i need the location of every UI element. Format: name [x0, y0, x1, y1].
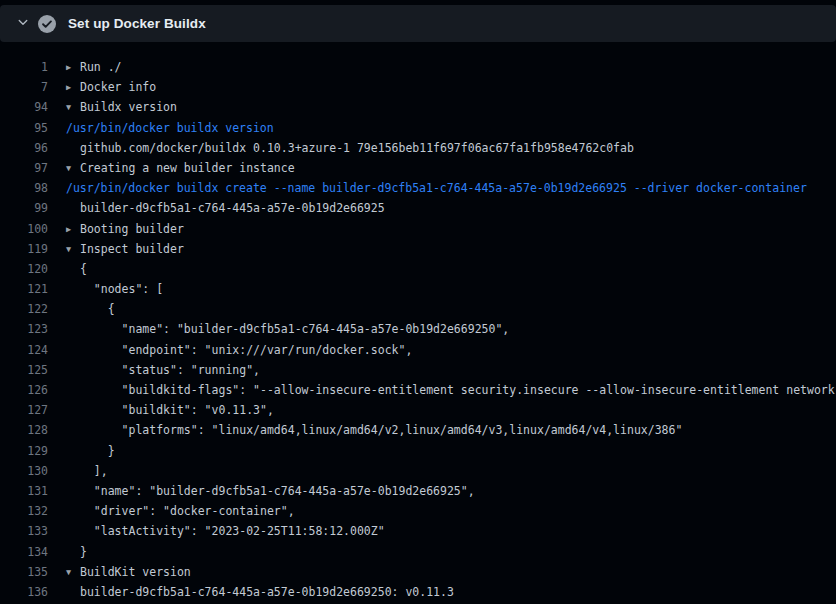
log-line: 127 "buildkit": "v0.11.3",: [0, 400, 836, 420]
line-number[interactable]: 97: [0, 158, 48, 178]
log-text: "endpoint": "unix:///var/run/docker.sock…: [80, 343, 412, 357]
group-toggle-icon[interactable]: ▶: [66, 57, 80, 77]
line-number[interactable]: 100: [0, 219, 48, 239]
log-area: 1 ▶Run ./ 7 ▶Docker info 94 ▼Buildx vers…: [0, 42, 836, 602]
log-text: builder-d9cfb5a1-c764-445a-a57e-0b19d2e6…: [80, 585, 454, 599]
log-text: Booting builder: [80, 222, 184, 236]
log-line: 95 /usr/bin/docker buildx version: [0, 118, 836, 138]
line-number[interactable]: 7: [0, 77, 48, 97]
log-line: 125 "status": "running",: [0, 360, 836, 380]
line-number[interactable]: 134: [0, 542, 48, 562]
log-text: "status": "running",: [80, 363, 260, 377]
line-number[interactable]: 129: [0, 441, 48, 461]
log-line[interactable]: 7 ▶Docker info: [0, 77, 836, 97]
chevron-down-icon[interactable]: [8, 16, 38, 31]
log-line[interactable]: 97 ▼Creating a new builder instance: [0, 158, 836, 178]
line-number[interactable]: 132: [0, 501, 48, 521]
line-number[interactable]: 96: [0, 138, 48, 158]
log-text: Creating a new builder instance: [80, 161, 295, 175]
group-toggle-icon[interactable]: ▼: [66, 562, 80, 582]
log-line: 131 "name": "builder-d9cfb5a1-c764-445a-…: [0, 481, 836, 501]
log-text: "driver": "docker-container",: [80, 504, 295, 518]
group-toggle-icon[interactable]: ▼: [66, 97, 80, 117]
group-toggle-icon[interactable]: ▶: [66, 219, 80, 239]
log-text: {: [80, 302, 115, 316]
log-line[interactable]: 135 ▼BuildKit version: [0, 562, 836, 582]
log-text: "name": "builder-d9cfb5a1-c764-445a-a57e…: [80, 322, 509, 336]
line-number[interactable]: 94: [0, 97, 48, 117]
log-text: /usr/bin/docker buildx create --name bui…: [66, 181, 807, 195]
line-number[interactable]: 128: [0, 420, 48, 440]
line-number[interactable]: 1: [0, 57, 48, 77]
log-text: {: [80, 262, 87, 276]
line-number[interactable]: 124: [0, 340, 48, 360]
log-line[interactable]: 100 ▶Booting builder: [0, 219, 836, 239]
log-text: "name": "builder-d9cfb5a1-c764-445a-a57e…: [80, 484, 475, 498]
log-line: 96 github.com/docker/buildx 0.10.3+azure…: [0, 138, 836, 158]
log-line: 133 "lastActivity": "2023-02-25T11:58:12…: [0, 521, 836, 541]
log-text: Docker info: [80, 80, 156, 94]
log-line: 126 "buildkitd-flags": "--allow-insecure…: [0, 380, 836, 400]
line-number[interactable]: 95: [0, 118, 48, 138]
step-title: Set up Docker Buildx: [68, 16, 206, 31]
log-line: 132 "driver": "docker-container",: [0, 501, 836, 521]
line-number[interactable]: 130: [0, 461, 48, 481]
log-text: github.com/docker/buildx 0.10.3+azure-1 …: [80, 141, 634, 155]
log-text: /usr/bin/docker buildx version: [66, 121, 274, 135]
log-line: 123 "name": "builder-d9cfb5a1-c764-445a-…: [0, 319, 836, 339]
log-text: builder-d9cfb5a1-c764-445a-a57e-0b19d2e6…: [80, 201, 385, 215]
log-line: 121 "nodes": [: [0, 279, 836, 299]
log-text: BuildKit version: [80, 565, 191, 579]
line-number[interactable]: 136: [0, 582, 48, 602]
log-line: 130 ],: [0, 461, 836, 481]
log-line: 99 builder-d9cfb5a1-c764-445a-a57e-0b19d…: [0, 198, 836, 218]
line-number[interactable]: 125: [0, 360, 48, 380]
log-line: 122 {: [0, 299, 836, 319]
log-line: 129 }: [0, 441, 836, 461]
line-number[interactable]: 120: [0, 259, 48, 279]
line-number[interactable]: 123: [0, 319, 48, 339]
log-line: 136 builder-d9cfb5a1-c764-445a-a57e-0b19…: [0, 582, 836, 602]
line-number[interactable]: 133: [0, 521, 48, 541]
line-number[interactable]: 99: [0, 198, 48, 218]
log-line: 128 "platforms": "linux/amd64,linux/amd6…: [0, 420, 836, 440]
log-text: ],: [80, 464, 108, 478]
log-text: }: [80, 545, 87, 559]
line-number[interactable]: 135: [0, 562, 48, 582]
log-text: "buildkit": "v0.11.3",: [80, 403, 274, 417]
line-number[interactable]: 131: [0, 481, 48, 501]
log-text: "lastActivity": "2023-02-25T11:58:12.000…: [80, 524, 385, 538]
step-header[interactable]: Set up Docker Buildx: [0, 5, 836, 42]
log-text: Inspect builder: [80, 242, 184, 256]
line-number[interactable]: 121: [0, 279, 48, 299]
log-text: "platforms": "linux/amd64,linux/amd64/v2…: [80, 423, 682, 437]
line-number[interactable]: 126: [0, 380, 48, 400]
log-text: }: [80, 444, 115, 458]
group-toggle-icon[interactable]: ▼: [66, 239, 80, 259]
group-toggle-icon[interactable]: ▶: [66, 77, 80, 97]
line-number[interactable]: 127: [0, 400, 48, 420]
log-text: Run ./: [80, 60, 122, 74]
log-line[interactable]: 94 ▼Buildx version: [0, 97, 836, 117]
line-number[interactable]: 98: [0, 178, 48, 198]
log-line[interactable]: 1 ▶Run ./: [0, 57, 836, 77]
log-text: "nodes": [: [80, 282, 163, 296]
log-text: "buildkitd-flags": "--allow-insecure-ent…: [80, 383, 835, 397]
line-number[interactable]: 119: [0, 239, 48, 259]
line-number[interactable]: 122: [0, 299, 48, 319]
log-line: 134 }: [0, 542, 836, 562]
log-text: Buildx version: [80, 100, 177, 114]
log-line: 98 /usr/bin/docker buildx create --name …: [0, 178, 836, 198]
group-toggle-icon[interactable]: ▼: [66, 158, 80, 178]
log-line[interactable]: 119 ▼Inspect builder: [0, 239, 836, 259]
check-circle-icon: [38, 15, 56, 33]
log-line: 120 {: [0, 259, 836, 279]
log-line: 124 "endpoint": "unix:///var/run/docker.…: [0, 340, 836, 360]
